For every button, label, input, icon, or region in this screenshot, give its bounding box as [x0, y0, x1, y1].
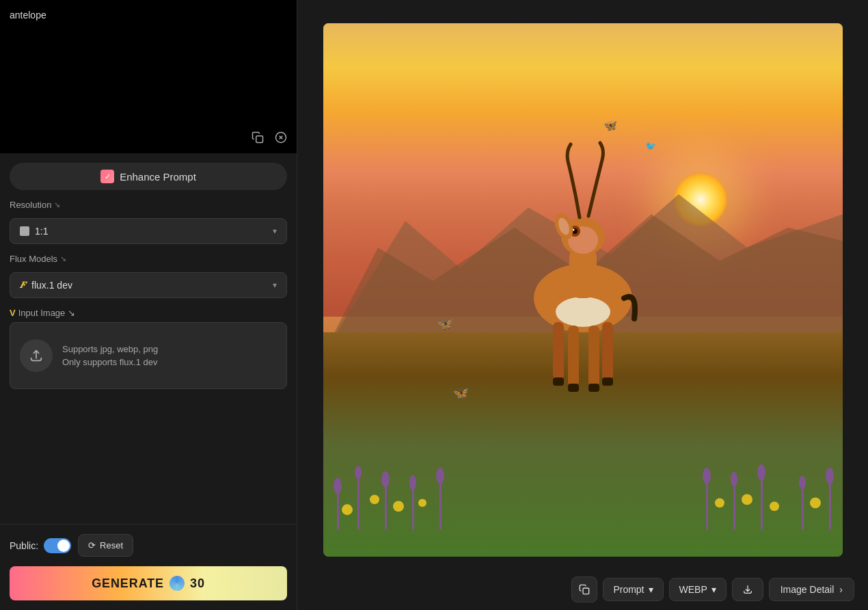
prompt-chevron-icon: ▾ — [649, 584, 653, 595]
right-panel: 🦋 🐦 🦋 🦋 Prompt ▾ WEBP ▾ Image — [297, 0, 868, 610]
input-image-section: V Input Image ↘ Supports jpg, webp, png … — [10, 308, 287, 389]
coin-icon — [169, 576, 185, 591]
upload-icon — [20, 339, 53, 372]
generate-button[interactable]: GENERATE 30 — [10, 566, 287, 600]
resolution-arrow-icon: ↘ — [54, 200, 60, 209]
copy-image-button[interactable] — [571, 576, 597, 602]
prompt-input[interactable]: antelope — [0, 0, 297, 150]
svg-point-33 — [810, 497, 821, 508]
reset-icon: ⟳ — [88, 540, 96, 551]
bird-1: 🐦 — [645, 141, 656, 151]
svg-point-13 — [409, 475, 416, 490]
svg-point-19 — [731, 472, 737, 487]
copy-prompt-button[interactable] — [249, 129, 267, 146]
generated-image: 🦋 🐦 🦋 🦋 — [323, 23, 843, 557]
svg-rect-50 — [553, 377, 564, 386]
bottom-bar: Public: ⟳ Reset — [0, 524, 297, 566]
controls-area: ✓ Enhance Prompt Resolution ↘ 1:1 ▾ Flux… — [0, 153, 297, 524]
image-container: 🦋 🐦 🦋 🦋 — [308, 11, 857, 569]
input-image-label: V Input Image ↘ — [10, 308, 287, 318]
format-dropdown-button[interactable]: WEBP ▾ — [669, 578, 727, 601]
svg-point-30 — [715, 498, 724, 507]
generate-label: GENERATE — [92, 576, 164, 591]
svg-rect-51 — [602, 377, 613, 386]
butterfly-3: 🦋 — [453, 386, 468, 401]
resolution-value: 1:1 — [35, 226, 48, 237]
flux-models-section: Flux Models ↘ 𝑭 flux.1 dev ▾ — [10, 254, 287, 298]
svg-rect-49 — [588, 384, 599, 392]
download-icon — [742, 584, 753, 595]
copy-icon — [579, 584, 590, 595]
input-image-arrow-icon: ↘ — [68, 308, 75, 318]
reset-label: Reset — [100, 540, 123, 551]
enhance-label: Enhance Prompt — [120, 171, 196, 183]
toggle-knob — [57, 540, 70, 552]
svg-rect-22 — [802, 486, 804, 529]
flux-model-dropdown[interactable]: 𝑭 flux.1 dev ▾ — [10, 272, 287, 298]
svg-point-29 — [418, 499, 426, 507]
upload-text: Supports jpg, webp, png Only supports fl… — [62, 343, 158, 369]
bottom-toolbar: Prompt ▾ WEBP ▾ Image Detail › — [308, 569, 857, 610]
svg-rect-12 — [412, 486, 414, 529]
svg-rect-46 — [553, 322, 564, 380]
svg-rect-52 — [583, 588, 589, 594]
svg-point-27 — [370, 494, 379, 504]
prompt-icons — [249, 129, 290, 146]
download-button[interactable] — [732, 578, 763, 601]
svg-rect-45 — [588, 326, 599, 387]
svg-point-35 — [556, 297, 610, 327]
svg-rect-48 — [568, 384, 579, 392]
public-label: Public: — [10, 540, 38, 551]
reset-button[interactable]: ⟳ Reset — [78, 534, 133, 557]
svg-point-9 — [355, 466, 362, 479]
svg-rect-44 — [568, 326, 579, 387]
image-detail-label: Image Detail — [781, 584, 835, 595]
svg-point-23 — [799, 475, 806, 489]
enhance-prompt-button[interactable]: ✓ Enhance Prompt — [10, 163, 287, 190]
flux-models-label: Flux Models ↘ — [10, 254, 287, 264]
resolution-dropdown[interactable]: 1:1 ▾ — [10, 218, 287, 244]
image-detail-chevron-icon: › — [839, 584, 843, 595]
svg-point-7 — [334, 477, 342, 494]
generate-credits: 30 — [190, 576, 205, 591]
svg-rect-0 — [256, 136, 263, 143]
flux-model-value: flux.1 dev — [31, 280, 72, 291]
image-detail-button[interactable]: Image Detail › — [769, 578, 854, 601]
resolution-label: Resolution ↘ — [10, 200, 287, 210]
generate-section: GENERATE 30 — [0, 566, 297, 610]
svg-rect-24 — [829, 479, 831, 529]
antelope-svg — [487, 120, 679, 408]
svg-rect-8 — [357, 475, 360, 529]
prompt-area: antelope — [0, 0, 297, 153]
svg-rect-10 — [385, 482, 387, 529]
prompt-dropdown-button[interactable]: Prompt ▾ — [603, 578, 663, 601]
v-badge: V — [10, 308, 16, 318]
svg-point-25 — [826, 468, 834, 484]
public-row: Public: — [10, 538, 71, 553]
svg-rect-6 — [337, 489, 339, 529]
resolution-section: Resolution ↘ 1:1 ▾ — [10, 200, 287, 244]
upload-area[interactable]: Supports jpg, webp, png Only supports fl… — [10, 322, 287, 389]
left-panel: antelope ✓ Enhance Prompt — [0, 0, 297, 610]
flux-chevron-icon: ▾ — [273, 280, 277, 290]
svg-rect-18 — [733, 482, 735, 529]
prompt-label: Prompt — [613, 584, 644, 595]
butterfly-2: 🦋 — [437, 317, 452, 332]
resolution-square-icon — [20, 226, 29, 236]
chevron-down-icon: ▾ — [273, 226, 277, 236]
svg-point-11 — [381, 471, 390, 488]
svg-rect-47 — [602, 322, 613, 380]
enhance-icon: ✓ — [100, 170, 114, 183]
svg-point-26 — [342, 504, 353, 515]
public-toggle[interactable] — [44, 538, 71, 553]
svg-point-17 — [703, 468, 711, 484]
clear-prompt-button[interactable] — [272, 129, 290, 146]
svg-point-21 — [757, 464, 765, 481]
svg-point-15 — [436, 468, 444, 484]
format-label: WEBP — [679, 584, 707, 595]
butterfly-1: 🦋 — [603, 119, 617, 132]
svg-point-28 — [393, 501, 404, 512]
svg-rect-20 — [761, 475, 763, 529]
format-chevron-icon: ▾ — [711, 584, 716, 595]
svg-rect-14 — [439, 479, 442, 529]
